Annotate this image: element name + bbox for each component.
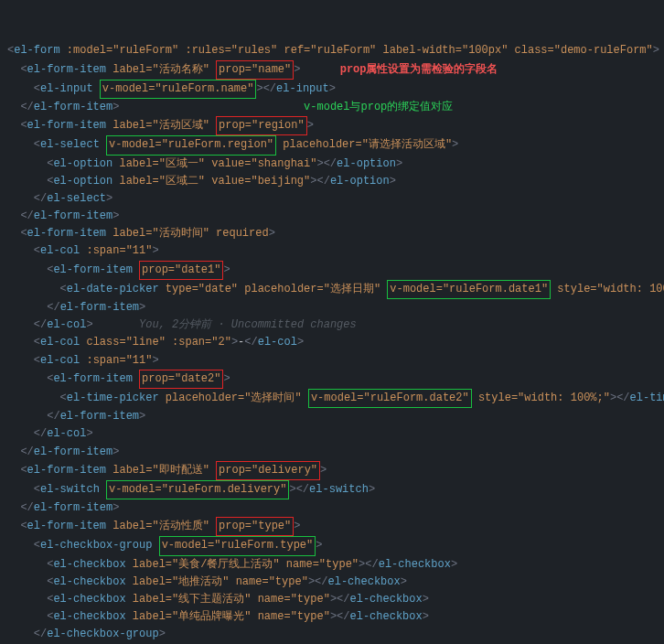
annotation-red: prop属性设置为需检验的字段名 — [340, 63, 498, 76]
type-label: label="活动性质" — [112, 520, 209, 532]
cb-name: name="type" — [258, 593, 330, 606]
cb3: label="线下主题活动" — [133, 593, 252, 606]
code-block: <el-form :model="ruleForm" :rules="rules… — [7, 42, 657, 644]
type-vmodel-box: v-model="ruleForm.type" — [159, 536, 316, 555]
attr-label-width: label-width="100px" — [383, 44, 509, 57]
name-vmodel-box: v-model="ruleForm.name" — [100, 80, 257, 99]
dp-type: type="date" — [166, 283, 238, 295]
region-label: label="活动区域" — [112, 119, 209, 132]
attr-class: class="demo-ruleForm" — [515, 44, 653, 57]
cb-name: name="type" — [236, 575, 308, 588]
name-prop-box: prop="name" — [216, 60, 294, 80]
tp-style: style="width: 100%;" — [478, 392, 610, 404]
git-blame: You, 2分钟前 · Uncommitted changes — [139, 318, 357, 331]
line-span: :span="2" — [172, 336, 231, 349]
opt2-label: label="区域二" — [119, 175, 205, 188]
date2-vmodel-box: v-model="ruleForm.date2" — [308, 389, 472, 408]
date1-vmodel-box: v-model="ruleForm.date1" — [387, 280, 551, 299]
date1-prop-box: prop="date1" — [139, 261, 223, 280]
delivery-label: label="即时配送" — [112, 464, 209, 477]
opt1-val: value="shanghai" — [211, 157, 316, 170]
tp-ph: placeholder="选择时间" — [166, 392, 302, 404]
line-class: class="line" — [86, 336, 165, 349]
attr-rules: :rules="rules" — [185, 44, 277, 57]
cb4: label="单纯品牌曝光" — [133, 610, 252, 623]
delivery-prop-box: prop="delivery" — [216, 461, 320, 480]
cb2: label="地推活动" — [133, 575, 230, 588]
col-span-1: :span="11" — [86, 244, 152, 257]
dp-style: style="width: 100%;" — [557, 283, 664, 295]
cb1: label="美食/餐厅线上活动" — [133, 558, 280, 571]
delivery-vmodel-box: v-model="ruleForm.delivery" — [106, 480, 289, 499]
date2-prop-box: prop="date2" — [139, 370, 223, 389]
opt2-val: value="beijing" — [211, 175, 310, 188]
annotation-green: v-model与prop的绑定值对应 — [304, 101, 453, 113]
opt1-label: label="区域一" — [119, 157, 205, 170]
region-vmodel-box: v-model="ruleForm.region" — [106, 135, 276, 155]
el-form-tag: el-form — [14, 44, 59, 57]
col-span-2: :span="11" — [86, 354, 152, 367]
attr-ref: ref="ruleForm" — [284, 44, 376, 57]
dp-ph: placeholder="选择日期" — [244, 283, 380, 295]
attr-model: :model="ruleForm" — [67, 44, 178, 57]
region-prop-box: prop="region" — [216, 116, 307, 135]
type-prop-box: prop="type" — [216, 517, 294, 536]
cb-name: name="type" — [258, 610, 330, 623]
time-label: label="活动时间" — [112, 227, 209, 240]
region-placeholder: placeholder="请选择活动区域" — [283, 138, 452, 151]
name-label: label="活动名称" — [112, 63, 209, 76]
cb-name: name="type" — [286, 558, 359, 571]
